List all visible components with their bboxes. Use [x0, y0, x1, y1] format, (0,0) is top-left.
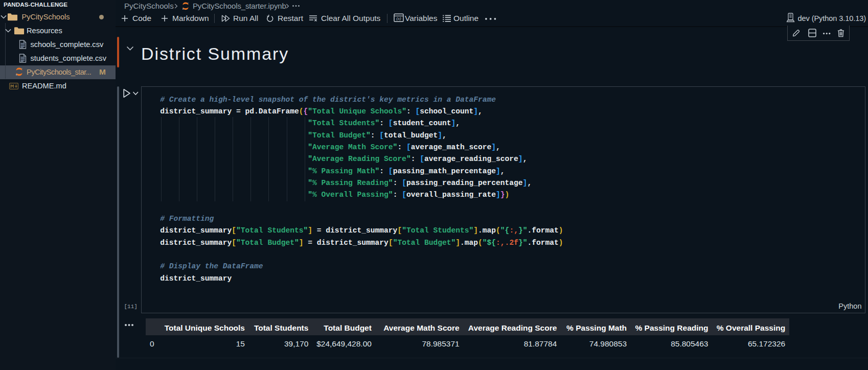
svg-text:(x): (x) — [396, 16, 401, 21]
